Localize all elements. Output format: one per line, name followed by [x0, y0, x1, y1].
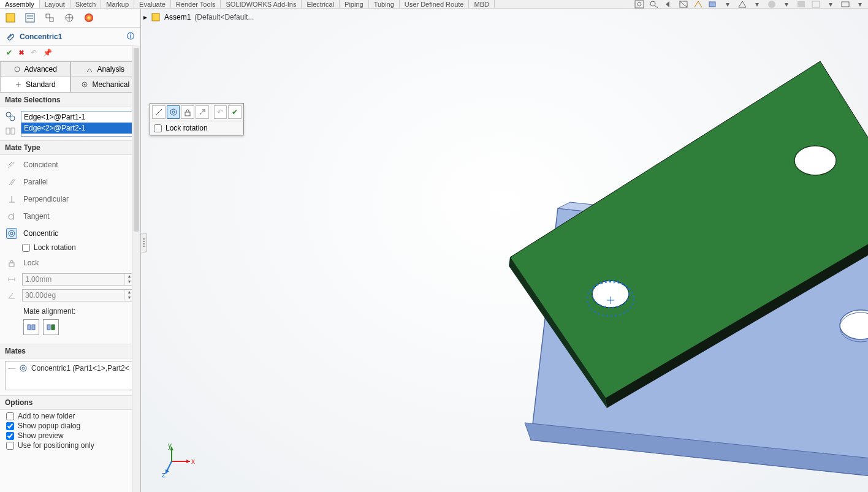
help-icon[interactable]: ⓘ [127, 31, 134, 42]
lock-icon [6, 257, 17, 268]
dynamic-annotation-icon[interactable] [693, 0, 704, 9]
align-anti-button[interactable] [43, 319, 59, 335]
opt-positioning[interactable] [6, 442, 14, 450]
dropdown-3-icon[interactable]: ▾ [781, 0, 792, 9]
multi-mate-icon[interactable] [5, 126, 16, 137]
selection-row-1[interactable]: Edge<2>@Part2-1 [21, 123, 135, 134]
dropdown-2-icon[interactable]: ▾ [752, 0, 763, 9]
view-toolbar: ▾ ▾ ▾ ▾ ▾ [634, 0, 866, 9]
viewport-layout-icon[interactable] [840, 0, 851, 9]
dropdown-5-icon[interactable]: ▾ [855, 0, 866, 9]
svg-rect-45 [28, 325, 31, 330]
undo-icon[interactable]: ↶ [31, 48, 37, 57]
svg-point-8 [768, 1, 775, 8]
ribbon-tab-user-route[interactable]: User Defined Route [400, 0, 470, 8]
ribbon-tab-layout[interactable]: Layout [40, 0, 70, 8]
tab-standard[interactable]: Standard [0, 77, 70, 93]
property-manager: Concentric1 ⓘ ✔ ✖ ↶ 📌 Advanced Analysis … [0, 9, 141, 492]
svg-point-27 [6, 112, 11, 117]
dropdown-4-icon[interactable]: ▾ [825, 0, 836, 9]
angle-input[interactable] [23, 290, 124, 301]
section-view-icon[interactable] [678, 0, 689, 9]
graphics-viewport[interactable]: ▸ Assem1 (Default<Default... ↶ ✔ Lock ro… [141, 9, 868, 492]
concentric-icon [6, 228, 17, 239]
ribbon-tab-addins[interactable]: SOLIDWORKS Add-Ins [221, 0, 302, 8]
ribbon-tab-evaluate[interactable]: Evaluate [134, 0, 171, 8]
cancel-button[interactable]: ✖ [18, 48, 25, 57]
svg-text:y: y [168, 443, 172, 450]
entity-selection-icon[interactable] [5, 111, 16, 122]
ribbon-tab-sketch[interactable]: Sketch [70, 0, 102, 8]
svg-point-2 [650, 1, 655, 6]
mates-header: Mates [5, 347, 26, 355]
pushpin-icon[interactable]: 📌 [43, 48, 52, 57]
opt-positioning-label: Use for positioning only [18, 441, 94, 450]
panel-splitter[interactable] [141, 233, 147, 252]
config-manager-tab-icon[interactable] [43, 11, 56, 25]
svg-line-5 [680, 1, 687, 7]
zoom-fit-icon[interactable] [634, 0, 645, 9]
ribbon-tab-electrical[interactable]: Electrical [302, 0, 340, 8]
svg-rect-9 [798, 1, 805, 7]
tab-analysis[interactable]: Analysis [70, 61, 141, 77]
hide-show-icon[interactable] [737, 0, 748, 9]
display-style-icon[interactable] [707, 0, 718, 9]
mates-list[interactable]: — Concentric1 (Part1<1>,Part2< [5, 361, 135, 390]
ok-button[interactable]: ✔ [6, 48, 12, 57]
tab-mechanical[interactable]: Mechanical [70, 77, 141, 93]
ribbon-tabs: Assembly Layout Sketch Markup Evaluate R… [0, 0, 868, 9]
svg-marker-7 [739, 1, 746, 7]
mate-selections-list[interactable]: Edge<1>@Part1-1 Edge<2>@Part2-1 [21, 111, 135, 137]
svg-rect-47 [47, 325, 50, 330]
svg-rect-16 [46, 14, 50, 18]
property-manager-tab-icon[interactable] [23, 11, 37, 25]
align-aligned-button[interactable] [23, 319, 39, 335]
tangent-icon [6, 211, 17, 222]
angle-icon [6, 290, 17, 301]
mate-coincident[interactable]: Coincident [0, 156, 140, 173]
svg-line-3 [655, 6, 658, 8]
mate-alignment-label: Mate alignment: [23, 307, 134, 316]
distance-input[interactable] [23, 274, 124, 285]
svg-rect-6 [709, 2, 715, 7]
mate-concentric[interactable]: Concentric [0, 225, 140, 242]
svg-marker-71 [186, 460, 190, 463]
appearance-icon[interactable] [766, 0, 777, 9]
ribbon-tab-mbd[interactable]: MBD [469, 0, 494, 8]
svg-text:x: x [191, 457, 195, 466]
mate-row-0[interactable]: — Concentric1 (Part1<1>,Part2< [8, 364, 132, 373]
scene-icon[interactable] [796, 0, 807, 9]
ribbon-tab-markup[interactable]: Markup [101, 0, 134, 8]
dropdown-1-icon[interactable]: ▾ [722, 0, 733, 9]
view-triad[interactable]: x y z [159, 443, 196, 480]
mate-parallel[interactable]: Parallel [0, 173, 140, 191]
ribbon-tab-piping[interactable]: Piping [340, 0, 369, 8]
ribbon-tab-tubing[interactable]: Tubing [369, 0, 400, 8]
svg-point-21 [85, 13, 93, 22]
mate-lock[interactable]: Lock [0, 254, 140, 271]
render-icon[interactable] [810, 0, 821, 9]
svg-point-22 [15, 67, 20, 72]
svg-rect-10 [812, 1, 820, 7]
opt-popup[interactable] [6, 422, 14, 430]
side-scrollbar[interactable] [132, 45, 140, 492]
feature-manager-tab-icon[interactable] [4, 11, 17, 25]
opt-add-folder-label: Add to new folder [18, 412, 75, 420]
selection-row-0[interactable]: Edge<1>@Part1-1 [21, 112, 135, 123]
svg-point-64 [794, 146, 836, 175]
mate-tangent[interactable]: Tangent [0, 208, 140, 225]
previous-view-icon[interactable] [663, 0, 674, 9]
lock-rotation-checkbox[interactable] [22, 244, 30, 252]
opt-add-folder[interactable] [6, 412, 14, 420]
display-manager-tab-icon[interactable] [82, 11, 96, 25]
mate-perpendicular[interactable]: Perpendicular [0, 191, 140, 208]
ribbon-tab-render-tools[interactable]: Render Tools [171, 0, 221, 8]
tab-advanced[interactable]: Advanced [0, 61, 70, 77]
mate-selections-header: Mate Selections [5, 96, 61, 104]
svg-point-1 [638, 2, 641, 6]
ribbon-tab-assembly[interactable]: Assembly [0, 0, 40, 8]
zoom-area-icon[interactable] [649, 0, 660, 9]
options-header: Options [5, 398, 32, 407]
dimxpert-tab-icon[interactable] [63, 11, 76, 25]
opt-preview[interactable] [6, 432, 14, 440]
